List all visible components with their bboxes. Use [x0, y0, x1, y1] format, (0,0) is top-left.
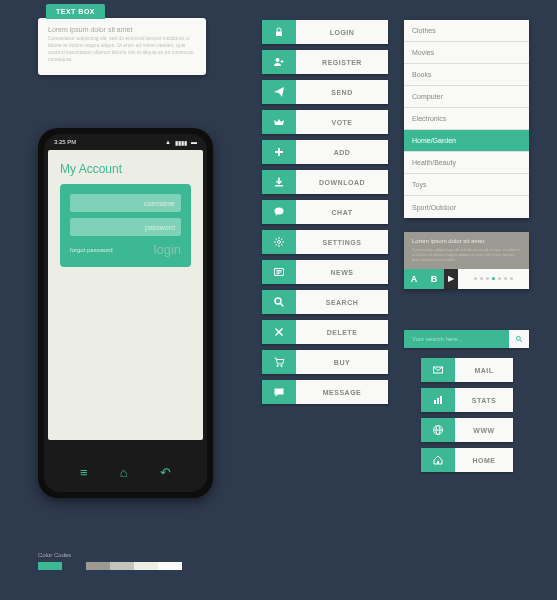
phone-statusbar: 3:25 PM ▲ ▮▮▮▮ ▬ — [44, 134, 207, 150]
category-item[interactable]: Home/Garden — [404, 130, 529, 152]
wifi-icon: ▲ — [165, 139, 171, 145]
crown-icon — [262, 110, 296, 134]
add-button[interactable]: ADD — [262, 140, 388, 164]
color-swatch — [134, 562, 158, 570]
button-label: MAIL — [455, 358, 513, 382]
menu-icon[interactable]: ≡ — [80, 465, 88, 480]
settings-button[interactable]: SETTINGS — [262, 230, 388, 254]
category-item[interactable]: Movies — [404, 42, 529, 64]
color-swatch — [158, 562, 182, 570]
phone-screen: My Account username password forgot pass… — [48, 150, 203, 440]
pager-dot[interactable] — [492, 277, 495, 280]
pager-dot[interactable] — [486, 277, 489, 280]
login-button[interactable]: login — [154, 242, 181, 257]
pager-dot[interactable] — [480, 277, 483, 280]
color-swatch — [62, 562, 86, 570]
svg-line-1 — [520, 340, 522, 342]
username-input[interactable]: username — [70, 194, 181, 212]
register-button[interactable]: REGISTER — [262, 50, 388, 74]
password-input[interactable]: password — [70, 218, 181, 236]
delete-button[interactable]: DELETE — [262, 320, 388, 344]
stats-button[interactable]: STATS — [421, 388, 513, 412]
search-icon — [262, 290, 296, 314]
textbox-tab: TEXT BOX — [46, 4, 105, 19]
button-label: DELETE — [296, 320, 388, 344]
button-label: ADD — [296, 140, 388, 164]
pager-dot[interactable] — [474, 277, 477, 280]
color-swatches — [38, 562, 182, 570]
lock-icon — [262, 20, 296, 44]
search-submit-button[interactable] — [509, 330, 529, 348]
tab-next-arrow[interactable]: ▶ — [444, 269, 458, 289]
buy-button[interactable]: BUY — [262, 350, 388, 374]
news-button[interactable]: NEWS — [262, 260, 388, 284]
mail-button[interactable]: MAIL — [421, 358, 513, 382]
account-title: My Account — [60, 162, 191, 176]
message-button[interactable]: MESSAGE — [262, 380, 388, 404]
tab-b[interactable]: B — [424, 269, 444, 289]
send-button[interactable]: SEND — [262, 80, 388, 104]
cart-icon — [262, 350, 296, 374]
button-label: WWW — [455, 418, 513, 442]
tab-row: AB▶ — [404, 269, 529, 289]
button-label: DOWNLOAD — [296, 170, 388, 194]
pager-dot[interactable] — [510, 277, 513, 280]
category-item[interactable]: Electronics — [404, 108, 529, 130]
forgot-password-link[interactable]: forgot password — [70, 247, 113, 253]
vote-button[interactable]: VOTE — [262, 110, 388, 134]
category-item[interactable]: Books — [404, 64, 529, 86]
button-label: CHAT — [296, 200, 388, 224]
search-bar[interactable]: Your search here... — [404, 330, 529, 348]
home-icon — [421, 448, 455, 472]
search-placeholder: Your search here... — [412, 336, 509, 342]
button-label: SETTINGS — [296, 230, 388, 254]
tab-card-title: Lorem ipsum dolor sit amet — [412, 238, 521, 244]
phone-nav: ≡ ⌂ ↶ — [44, 465, 207, 480]
button-label: LOGIN — [296, 20, 388, 44]
pager-dots — [458, 269, 529, 289]
button-label: HOME — [455, 448, 513, 472]
color-swatch — [86, 562, 110, 570]
button-label: SEARCH — [296, 290, 388, 314]
textbox-card: TEXT BOX Lorem ipsum dolor sit amet Cons… — [38, 18, 206, 75]
battery-icon: ▬ — [191, 139, 197, 145]
mail-icon — [421, 358, 455, 382]
login-button[interactable]: LOGIN — [262, 20, 388, 44]
www-button[interactable]: WWW — [421, 418, 513, 442]
color-swatch — [38, 562, 62, 570]
category-list: ClothesMoviesBooksComputerElectronicsHom… — [404, 20, 529, 218]
button-label: REGISTER — [296, 50, 388, 74]
color-swatch — [110, 562, 134, 570]
pager-dot[interactable] — [504, 277, 507, 280]
x-icon — [262, 320, 296, 344]
home-button[interactable]: HOME — [421, 448, 513, 472]
button-label: SEND — [296, 80, 388, 104]
pager-dot[interactable] — [498, 277, 501, 280]
user-plus-icon — [262, 50, 296, 74]
plus-icon — [262, 140, 296, 164]
back-icon[interactable]: ↶ — [160, 465, 171, 480]
category-item[interactable]: Health/Beauty — [404, 152, 529, 174]
paper-plane-icon — [262, 80, 296, 104]
button-column-2: MAIL STATS WWW HOME — [421, 358, 513, 472]
download-icon — [262, 170, 296, 194]
tab-a[interactable]: A — [404, 269, 424, 289]
home-icon[interactable]: ⌂ — [120, 465, 128, 480]
phone-time: 3:25 PM — [54, 139, 76, 145]
phone-mockup: 3:25 PM ▲ ▮▮▮▮ ▬ My Account username pas… — [38, 128, 213, 498]
button-label: MESSAGE — [296, 380, 388, 404]
button-column: LOGIN REGISTER SEND VOTE ADD DOWNLOAD CH… — [262, 20, 388, 404]
globe-icon — [421, 418, 455, 442]
gear-icon — [262, 230, 296, 254]
button-label: STATS — [455, 388, 513, 412]
category-item[interactable]: Sport/Outdoor — [404, 196, 529, 218]
stats-icon — [421, 388, 455, 412]
download-button[interactable]: DOWNLOAD — [262, 170, 388, 194]
tab-card-body: Consectetur adipiscing elit sed do eiusm… — [412, 247, 521, 263]
search-button[interactable]: SEARCH — [262, 290, 388, 314]
textbox-title: Lorem ipsum dolor sit amet — [38, 18, 206, 35]
chat-button[interactable]: CHAT — [262, 200, 388, 224]
category-item[interactable]: Toys — [404, 174, 529, 196]
category-item[interactable]: Computer — [404, 86, 529, 108]
category-item[interactable]: Clothes — [404, 20, 529, 42]
